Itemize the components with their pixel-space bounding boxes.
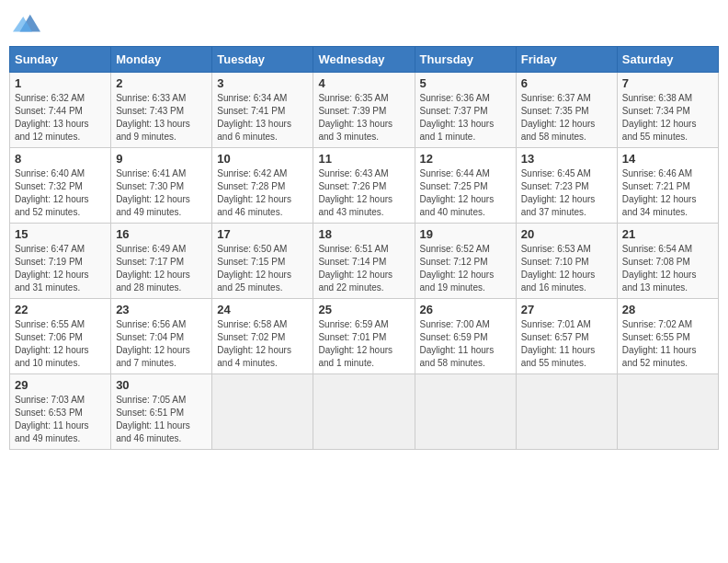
header-cell-monday: Monday: [111, 47, 212, 73]
day-cell: 26 Sunrise: 7:00 AM Sunset: 6:59 PM Dayl…: [415, 299, 516, 374]
day-number: 18: [318, 227, 409, 241]
day-detail: Sunrise: 6:41 AM Sunset: 7:30 PM Dayligh…: [116, 167, 207, 219]
day-cell: 20 Sunrise: 6:53 AM Sunset: 7:10 PM Dayl…: [516, 224, 617, 299]
day-cell: 12 Sunrise: 6:44 AM Sunset: 7:25 PM Dayl…: [415, 148, 516, 224]
day-detail: Sunrise: 6:52 AM Sunset: 7:12 PM Dayligh…: [420, 243, 511, 294]
day-detail: Sunrise: 6:50 AM Sunset: 7:15 PM Dayligh…: [217, 243, 308, 294]
day-detail: Sunrise: 6:34 AM Sunset: 7:41 PM Dayligh…: [217, 92, 308, 144]
day-cell: 3 Sunrise: 6:34 AM Sunset: 7:41 PM Dayli…: [212, 73, 313, 148]
day-detail: Sunrise: 6:54 AM Sunset: 7:08 PM Dayligh…: [622, 243, 713, 294]
day-number: 16: [116, 227, 207, 241]
header-cell-sunday: Sunday: [10, 47, 111, 73]
day-cell: 9 Sunrise: 6:41 AM Sunset: 7:30 PM Dayli…: [111, 148, 212, 224]
day-cell: 23 Sunrise: 6:56 AM Sunset: 7:04 PM Dayl…: [111, 299, 212, 374]
day-number: 20: [521, 227, 612, 241]
day-cell: 27 Sunrise: 7:01 AM Sunset: 6:57 PM Dayl…: [516, 299, 617, 374]
day-cell: 4 Sunrise: 6:35 AM Sunset: 7:39 PM Dayli…: [313, 73, 415, 148]
day-number: 7: [622, 76, 713, 90]
day-cell: 15 Sunrise: 6:47 AM Sunset: 7:19 PM Dayl…: [10, 224, 111, 299]
day-detail: Sunrise: 7:05 AM Sunset: 6:51 PM Dayligh…: [116, 394, 207, 445]
day-detail: Sunrise: 6:33 AM Sunset: 7:43 PM Dayligh…: [116, 92, 207, 144]
day-cell: 13 Sunrise: 6:45 AM Sunset: 7:23 PM Dayl…: [516, 148, 617, 224]
day-number: 6: [521, 76, 612, 90]
day-number: 15: [15, 227, 106, 241]
day-number: 12: [420, 152, 511, 166]
day-cell: 17 Sunrise: 6:50 AM Sunset: 7:15 PM Dayl…: [212, 224, 313, 299]
day-cell: 7 Sunrise: 6:38 AM Sunset: 7:34 PM Dayli…: [617, 73, 718, 148]
day-number: 11: [318, 152, 409, 166]
day-cell: 19 Sunrise: 6:52 AM Sunset: 7:12 PM Dayl…: [415, 224, 516, 299]
day-detail: Sunrise: 6:59 AM Sunset: 7:01 PM Dayligh…: [318, 318, 409, 370]
day-cell: [516, 374, 617, 450]
day-number: 25: [318, 303, 409, 316]
day-detail: Sunrise: 7:03 AM Sunset: 6:53 PM Dayligh…: [15, 394, 106, 445]
day-number: 1: [15, 76, 106, 90]
day-detail: Sunrise: 6:35 AM Sunset: 7:39 PM Dayligh…: [318, 92, 409, 144]
day-cell: 10 Sunrise: 6:42 AM Sunset: 7:28 PM Dayl…: [212, 148, 313, 224]
day-detail: Sunrise: 6:40 AM Sunset: 7:32 PM Dayligh…: [15, 167, 106, 219]
day-number: 30: [116, 378, 207, 392]
header-cell-wednesday: Wednesday: [313, 47, 415, 73]
day-detail: Sunrise: 6:44 AM Sunset: 7:25 PM Dayligh…: [420, 167, 511, 219]
page-header: [9, 9, 719, 37]
day-number: 4: [318, 76, 409, 90]
day-cell: 8 Sunrise: 6:40 AM Sunset: 7:32 PM Dayli…: [10, 148, 111, 224]
day-number: 14: [622, 152, 713, 166]
day-detail: Sunrise: 6:55 AM Sunset: 7:06 PM Dayligh…: [15, 318, 106, 370]
day-number: 10: [217, 152, 308, 166]
logo: [9, 9, 40, 37]
day-detail: Sunrise: 7:00 AM Sunset: 6:59 PM Dayligh…: [420, 318, 511, 370]
day-detail: Sunrise: 6:51 AM Sunset: 7:14 PM Dayligh…: [318, 243, 409, 294]
day-cell: 24 Sunrise: 6:58 AM Sunset: 7:02 PM Dayl…: [212, 299, 313, 374]
day-cell: [617, 374, 718, 450]
day-detail: Sunrise: 6:37 AM Sunset: 7:35 PM Dayligh…: [521, 92, 612, 144]
day-detail: Sunrise: 6:38 AM Sunset: 7:34 PM Dayligh…: [622, 92, 713, 144]
day-number: 23: [116, 303, 207, 316]
day-detail: Sunrise: 6:49 AM Sunset: 7:17 PM Dayligh…: [116, 243, 207, 294]
day-detail: Sunrise: 6:47 AM Sunset: 7:19 PM Dayligh…: [15, 243, 106, 294]
day-cell: [212, 374, 313, 450]
day-number: 19: [420, 227, 511, 241]
day-cell: 29 Sunrise: 7:03 AM Sunset: 6:53 PM Dayl…: [10, 374, 111, 450]
day-cell: 6 Sunrise: 6:37 AM Sunset: 7:35 PM Dayli…: [516, 73, 617, 148]
week-row-1: 1 Sunrise: 6:32 AM Sunset: 7:44 PM Dayli…: [10, 73, 719, 148]
day-number: 28: [622, 303, 713, 316]
day-number: 13: [521, 152, 612, 166]
header-cell-saturday: Saturday: [617, 47, 718, 73]
day-cell: 1 Sunrise: 6:32 AM Sunset: 7:44 PM Dayli…: [10, 73, 111, 148]
day-cell: 5 Sunrise: 6:36 AM Sunset: 7:37 PM Dayli…: [415, 73, 516, 148]
day-cell: 16 Sunrise: 6:49 AM Sunset: 7:17 PM Dayl…: [111, 224, 212, 299]
header-cell-friday: Friday: [516, 47, 617, 73]
day-number: 17: [217, 227, 308, 241]
day-detail: Sunrise: 7:02 AM Sunset: 6:55 PM Dayligh…: [622, 318, 713, 370]
header-cell-tuesday: Tuesday: [212, 47, 313, 73]
header-row: SundayMondayTuesdayWednesdayThursdayFrid…: [10, 47, 719, 73]
day-number: 26: [420, 303, 511, 316]
day-cell: [313, 374, 415, 450]
day-detail: Sunrise: 6:43 AM Sunset: 7:26 PM Dayligh…: [318, 167, 409, 219]
day-cell: 21 Sunrise: 6:54 AM Sunset: 7:08 PM Dayl…: [617, 224, 718, 299]
day-detail: Sunrise: 6:58 AM Sunset: 7:02 PM Dayligh…: [217, 318, 308, 370]
day-detail: Sunrise: 6:36 AM Sunset: 7:37 PM Dayligh…: [420, 92, 511, 144]
day-number: 2: [116, 76, 207, 90]
day-detail: Sunrise: 6:56 AM Sunset: 7:04 PM Dayligh…: [116, 318, 207, 370]
day-cell: 25 Sunrise: 6:59 AM Sunset: 7:01 PM Dayl…: [313, 299, 415, 374]
day-number: 21: [622, 227, 713, 241]
week-row-5: 29 Sunrise: 7:03 AM Sunset: 6:53 PM Dayl…: [10, 374, 719, 450]
week-row-2: 8 Sunrise: 6:40 AM Sunset: 7:32 PM Dayli…: [10, 148, 719, 224]
day-cell: 11 Sunrise: 6:43 AM Sunset: 7:26 PM Dayl…: [313, 148, 415, 224]
day-cell: 22 Sunrise: 6:55 AM Sunset: 7:06 PM Dayl…: [10, 299, 111, 374]
day-number: 5: [420, 76, 511, 90]
day-detail: Sunrise: 6:45 AM Sunset: 7:23 PM Dayligh…: [521, 167, 612, 219]
day-detail: Sunrise: 7:01 AM Sunset: 6:57 PM Dayligh…: [521, 318, 612, 370]
day-cell: 14 Sunrise: 6:46 AM Sunset: 7:21 PM Dayl…: [617, 148, 718, 224]
day-number: 3: [217, 76, 308, 90]
day-detail: Sunrise: 6:46 AM Sunset: 7:21 PM Dayligh…: [622, 167, 713, 219]
calendar-table: SundayMondayTuesdayWednesdayThursdayFrid…: [9, 46, 719, 450]
header-cell-thursday: Thursday: [415, 47, 516, 73]
day-number: 29: [15, 378, 106, 392]
day-cell: [415, 374, 516, 450]
week-row-4: 22 Sunrise: 6:55 AM Sunset: 7:06 PM Dayl…: [10, 299, 719, 374]
day-detail: Sunrise: 6:32 AM Sunset: 7:44 PM Dayligh…: [15, 92, 106, 144]
logo-icon: [13, 9, 40, 37]
